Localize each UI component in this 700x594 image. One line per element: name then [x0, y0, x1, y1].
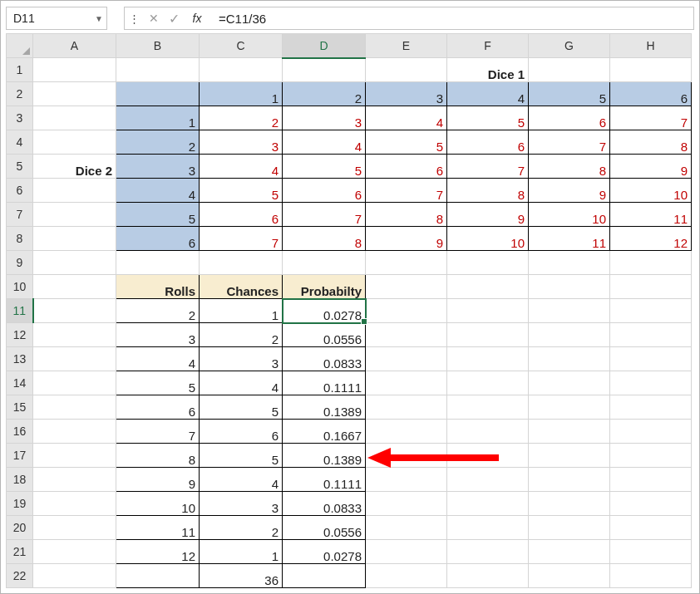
cell[interactable] [610, 251, 692, 275]
cell[interactable]: 7 [529, 130, 610, 155]
cell[interactable] [610, 492, 692, 516]
cell[interactable]: 0.0556 [283, 323, 366, 347]
cell[interactable]: 2 [200, 323, 283, 347]
cell[interactable]: 0.1389 [283, 395, 366, 420]
row-header[interactable]: 13 [7, 347, 33, 371]
cell[interactable] [33, 420, 116, 444]
function-options-icon[interactable]: ⋮ [124, 7, 144, 30]
cell[interactable] [366, 323, 447, 347]
cell[interactable]: 2 [200, 106, 283, 130]
cell[interactable]: 0.0556 [283, 516, 366, 540]
cell[interactable]: 6 [529, 106, 610, 130]
cell[interactable]: 0.1111 [283, 371, 366, 395]
cell[interactable]: 7 [200, 227, 283, 251]
cell[interactable] [33, 347, 116, 371]
cell[interactable]: 0.1111 [283, 468, 366, 492]
cell[interactable]: Chances [200, 275, 283, 299]
cell[interactable]: 5 [283, 155, 366, 179]
cell[interactable]: 4 [366, 106, 447, 130]
cell[interactable] [283, 564, 366, 588]
cell[interactable]: 36 [200, 564, 283, 588]
cell[interactable]: 6 [366, 155, 447, 179]
cell[interactable] [610, 371, 692, 395]
cell[interactable] [366, 540, 447, 564]
col-header[interactable]: D [283, 34, 366, 58]
cell[interactable] [116, 251, 200, 275]
cell[interactable]: 5 [116, 371, 200, 395]
cell[interactable]: 4 [116, 179, 200, 203]
cell[interactable] [33, 323, 116, 347]
cell[interactable]: 3 [200, 347, 283, 371]
cell[interactable] [610, 275, 692, 299]
cell[interactable] [529, 516, 610, 540]
cell[interactable] [366, 516, 447, 540]
row-header[interactable]: 16 [7, 420, 33, 444]
cell[interactable]: 4 [447, 82, 529, 106]
cell[interactable] [33, 468, 116, 492]
cell[interactable] [33, 106, 116, 130]
row-header[interactable]: 17 [7, 444, 33, 468]
cell[interactable]: 9 [447, 203, 529, 227]
cell[interactable] [447, 371, 529, 395]
cell[interactable] [366, 420, 447, 444]
cell[interactable] [33, 130, 116, 155]
cell[interactable]: 6 [200, 203, 283, 227]
cell[interactable] [366, 371, 447, 395]
row-header[interactable]: 4 [7, 130, 33, 155]
cell[interactable]: 11 [529, 227, 610, 251]
row-header[interactable]: 12 [7, 323, 33, 347]
cell[interactable]: 2 [116, 130, 200, 155]
cell[interactable]: 3 [116, 323, 200, 347]
cell[interactable] [610, 540, 692, 564]
cell[interactable] [33, 492, 116, 516]
row-header[interactable]: 11 [7, 299, 33, 323]
cell[interactable]: 3 [366, 82, 447, 106]
cell[interactable] [529, 468, 610, 492]
cell[interactable]: 4 [200, 468, 283, 492]
cell[interactable] [610, 299, 692, 323]
cell[interactable]: 7 [610, 106, 692, 130]
cell[interactable] [33, 227, 116, 251]
cancel-icon[interactable]: ✕ [144, 7, 164, 30]
cell[interactable]: Probabilty [283, 275, 366, 299]
cell[interactable] [447, 251, 529, 275]
cell[interactable]: 2 [116, 299, 200, 323]
cell[interactable] [283, 58, 366, 82]
cell[interactable] [33, 564, 116, 588]
cell[interactable] [447, 468, 529, 492]
cell[interactable] [33, 275, 116, 299]
cell[interactable]: 10 [529, 203, 610, 227]
cell[interactable]: 5 [200, 395, 283, 420]
cell[interactable] [529, 323, 610, 347]
cell[interactable] [610, 420, 692, 444]
cell[interactable]: 4 [200, 371, 283, 395]
col-header[interactable]: A [33, 34, 116, 58]
cell[interactable] [33, 251, 116, 275]
cell[interactable] [529, 564, 610, 588]
row-header[interactable]: 7 [7, 203, 33, 227]
cell[interactable]: 1 [200, 299, 283, 323]
row-header[interactable]: 15 [7, 395, 33, 420]
chevron-down-icon[interactable]: ▼ [95, 14, 103, 23]
cell[interactable]: 12 [610, 227, 692, 251]
row-header[interactable]: 20 [7, 516, 33, 540]
cell[interactable] [447, 347, 529, 371]
cell[interactable] [366, 444, 447, 468]
spreadsheet-grid[interactable]: A B C D E F G H 1 Dice 1 [6, 33, 692, 588]
cell[interactable] [447, 444, 529, 468]
cell[interactable]: 3 [200, 492, 283, 516]
cell[interactable]: 1 [200, 82, 283, 106]
cell[interactable] [529, 395, 610, 420]
cell[interactable] [366, 492, 447, 516]
cell[interactable] [447, 420, 529, 444]
cell[interactable]: 6 [200, 420, 283, 444]
cell[interactable] [610, 468, 692, 492]
cell-selected[interactable]: 0.0278 [283, 299, 366, 323]
cell[interactable] [610, 323, 692, 347]
cell[interactable]: 1 [116, 106, 200, 130]
enter-icon[interactable]: ✓ [164, 7, 184, 30]
cell[interactable]: 8 [447, 179, 529, 203]
cell[interactable] [283, 251, 366, 275]
cell[interactable]: 4 [283, 130, 366, 155]
cell[interactable]: 8 [610, 130, 692, 155]
